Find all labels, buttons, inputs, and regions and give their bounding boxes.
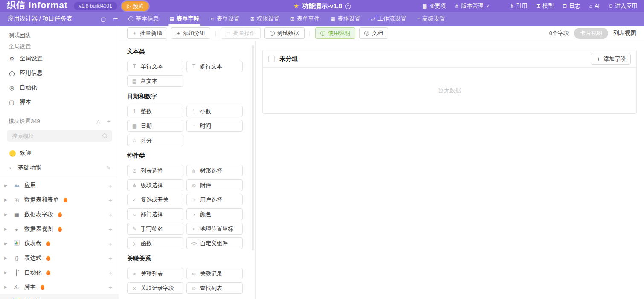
sidebar-item-basic-features[interactable]: › 基础功能 ✎ [0, 161, 119, 175]
sidebar-module-workflow[interactable]: ▶ ✓ 工作流 + [0, 294, 119, 299]
sidebar-item-automation[interactable]: ◎ 自动化 [0, 80, 119, 95]
edit-icon[interactable]: ✎ [106, 165, 110, 171]
expand-icon[interactable]: ▶ [4, 241, 9, 246]
search-input[interactable] [12, 133, 102, 139]
tab-form-settings[interactable]: ≋ 表单设置 [210, 12, 240, 26]
sidebar-item-global-settings[interactable]: ⚙ 全局设置 [0, 51, 119, 66]
sidebar-module-app[interactable]: ▶ 应用 + [0, 178, 119, 193]
bulk-add-button[interactable]: ＋ 批量新增 [127, 27, 167, 39]
sidebar-module-dashboard[interactable]: ▶ 仪表盘 + [0, 236, 119, 251]
outline-icon[interactable]: ≔ [113, 16, 118, 22]
usage-guide-button[interactable]: i 使用说明 [315, 27, 355, 39]
field-type-custom-component[interactable]: <>自定义组件 [186, 237, 243, 249]
field-type-lookup-list[interactable]: ∞查找列表 [186, 282, 243, 294]
tab-basic-info[interactable]: i 基本信息 [128, 12, 159, 26]
add-module-icon[interactable]: + [107, 118, 110, 125]
help-icon[interactable]: ? [345, 3, 351, 9]
field-type-checkbox-switch[interactable]: ✓复选或开关 [127, 194, 183, 205]
expand-icon[interactable]: ▶ [4, 183, 9, 188]
team-name[interactable]: 测试团队 [0, 26, 119, 38]
plus-icon: ＋ [596, 55, 601, 63]
module-search[interactable] [7, 130, 112, 142]
field-type-decimal[interactable]: 1小数 [186, 106, 243, 117]
field-type-single-line-text[interactable]: T单行文本 [127, 61, 183, 72]
field-type-date[interactable]: ▦日期 [127, 120, 183, 132]
link-icon: ∞ [191, 271, 197, 277]
field-type-color[interactable]: ◑颜色 [186, 208, 243, 220]
ai-button[interactable]: ⌂ AI [589, 3, 600, 9]
add-icon[interactable]: + [108, 211, 112, 218]
test-data-button[interactable]: i 测试数据 [264, 27, 305, 39]
bulk-actions-button[interactable]: ≣ 批量操作 [221, 27, 260, 39]
card-view-toggle[interactable]: 卡片视图 [574, 28, 608, 39]
tab-form-events[interactable]: ⊞ 表单事件 [290, 12, 320, 26]
note-icon[interactable]: ▢ [101, 16, 106, 22]
add-icon[interactable]: + [108, 240, 112, 247]
add-icon[interactable]: + [108, 226, 112, 233]
preview-button[interactable]: ▷ 预览 [122, 1, 149, 11]
sidebar-module-tables-forms[interactable]: ▶ ⊞ 数据表和表单 + [0, 193, 119, 207]
field-type-integer[interactable]: 1整数 [127, 106, 183, 117]
expand-icon[interactable]: ▶ [4, 212, 9, 217]
tab-workflow-settings[interactable]: ⇄ 工作流设置 [371, 12, 406, 26]
field-type-rating[interactable]: ☆评分 [127, 135, 183, 146]
field-type-attachment[interactable]: ⊘附件 [186, 179, 243, 191]
field-type-panel: 文本类 T单行文本 T多行文本 ▤富文本 日期和数字 1整数 1小数 ▦日期 ◔… [119, 41, 256, 299]
field-type-related-record-field[interactable]: ∞关联记录字段 [127, 282, 183, 294]
enter-app-button[interactable]: ⊙ 进入应用 [609, 2, 637, 10]
check-circle-icon: ⊙ [132, 168, 137, 174]
empty-state: 暂无数据 [263, 68, 636, 113]
field-type-cascade-select[interactable]: ⋔级联选择 [127, 179, 183, 191]
collapse-all-icon[interactable]: △ [96, 118, 100, 125]
sidebar-module-table-fields[interactable]: ▶ ▦ 数据表字段 + [0, 207, 119, 222]
add-icon[interactable]: + [108, 269, 112, 276]
version-manage-button[interactable]: ⋔ 版本管理 ∨ [455, 2, 490, 10]
field-type-tree-select[interactable]: ⋔树形选择 [186, 165, 243, 176]
field-type-multi-line-text[interactable]: T多行文本 [186, 61, 243, 72]
sidebar-item-script[interactable]: ▢ 脚本 [0, 95, 119, 109]
list-view-toggle[interactable]: 列表视图 [613, 29, 636, 37]
tab-table-settings[interactable]: ▦ 表格设置 [331, 12, 360, 26]
field-type-time[interactable]: ◔时间 [186, 120, 243, 132]
sidebar-module-expression[interactable]: ▶ { } 表达式 + [0, 251, 119, 265]
expand-icon[interactable]: ▶ [4, 227, 9, 231]
sidebar-module-automation[interactable]: ▶ 自动化 + [0, 265, 119, 280]
tab-permission-settings[interactable]: ⊠ 权限设置 [250, 12, 280, 26]
expand-icon[interactable]: ▶ [4, 256, 9, 260]
sidebar-module-table-views[interactable]: ▶ ◕ 数据表视图 + [0, 222, 119, 236]
toolbar-divider: | [215, 30, 216, 36]
form-fields-icon: ▤ [169, 16, 174, 22]
sidebar-item-welcome[interactable]: 欢迎 [0, 146, 119, 161]
field-type-geolocation[interactable]: ⌖地理位置坐标 [186, 223, 243, 235]
add-icon[interactable]: + [108, 182, 112, 189]
group-checkbox[interactable] [268, 56, 275, 62]
changes-button[interactable]: ▤ 变更项 [422, 2, 446, 10]
tab-advanced-settings[interactable]: ≡ 高级设置 [417, 12, 445, 26]
expand-icon[interactable]: ▶ [4, 285, 9, 289]
automation-icon: ◎ [9, 85, 15, 91]
docs-button[interactable]: ? 文档 [359, 27, 388, 39]
reference-button[interactable]: ⋔ 引用 [510, 2, 527, 10]
sidebar-item-app-info[interactable]: i 应用信息 [0, 66, 119, 80]
field-type-related-list[interactable]: ∞关联列表 [127, 268, 183, 279]
tab-form-fields[interactable]: ▤ 表单字段 [169, 12, 199, 26]
field-type-signature[interactable]: ✎手写签名 [127, 223, 183, 235]
expand-icon[interactable]: ▶ [4, 198, 9, 202]
expand-icon[interactable]: ▶ [4, 270, 9, 275]
field-type-user-select[interactable]: ○用户选择 [186, 194, 243, 205]
model-button[interactable]: ⊞ 模型 [536, 2, 554, 10]
sidebar-module-script[interactable]: ▶ X₂ 脚本 + [0, 280, 119, 294]
add-icon[interactable]: + [108, 196, 112, 204]
field-type-related-record[interactable]: ∞关联记录 [186, 268, 243, 279]
fire-icon [41, 285, 44, 290]
log-button[interactable]: ⊡ 日志 [563, 2, 580, 10]
field-type-function[interactable]: ∑函数 [127, 237, 183, 249]
add-icon[interactable]: + [108, 255, 112, 262]
field-type-rich-text[interactable]: ▤富文本 [127, 75, 183, 87]
add-field-button[interactable]: ＋ 添加字段 [591, 53, 631, 65]
field-type-list-select[interactable]: ⊙列表选择 [127, 165, 183, 176]
scrollbar[interactable] [252, 45, 254, 250]
add-icon[interactable]: + [108, 284, 112, 291]
add-group-button[interactable]: ⊞ 添加分组 [171, 27, 210, 39]
field-type-department-select[interactable]: ○部门选择 [127, 208, 183, 220]
